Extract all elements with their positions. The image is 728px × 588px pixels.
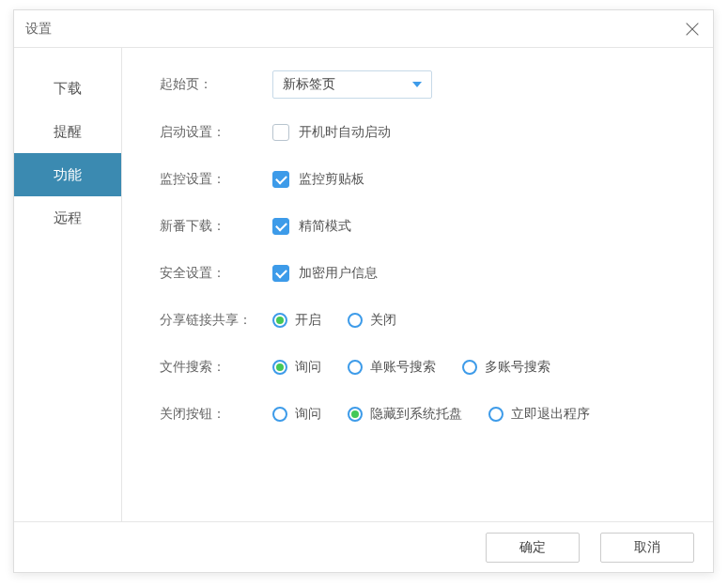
radio-close-tray[interactable]: 隐藏到系统托盘 <box>348 406 462 423</box>
checkbox-monitor-clipboard[interactable] <box>272 171 289 188</box>
label-start-page: 起始页： <box>160 76 272 93</box>
confirm-button[interactable]: 确定 <box>486 533 580 563</box>
radio-icon <box>272 360 287 375</box>
checkbox-label-simple-mode[interactable]: 精简模式 <box>299 218 351 235</box>
radio-icon <box>488 407 503 422</box>
sidebar-item-remind[interactable]: 提醒 <box>14 110 121 153</box>
sidebar-item-download[interactable]: 下载 <box>14 67 121 110</box>
label-share-link: 分享链接共享： <box>160 312 272 329</box>
checkbox-label-encrypt-user[interactable]: 加密用户信息 <box>299 265 378 282</box>
sidebar-item-label: 功能 <box>54 166 82 184</box>
sidebar: 下载 提醒 功能 远程 <box>14 48 122 521</box>
button-label: 确定 <box>519 539 546 556</box>
radio-label: 询问 <box>295 359 321 376</box>
settings-dialog: 设置 下载 提醒 功能 远程 起始页： 新标签页 <box>13 9 714 573</box>
cancel-button[interactable]: 取消 <box>600 533 694 563</box>
row-security-setting: 安全设置： 加密用户信息 <box>160 260 704 286</box>
radio-search-single[interactable]: 单账号搜索 <box>348 359 436 376</box>
dialog-footer: 确定 取消 <box>14 521 713 573</box>
sidebar-item-label: 提醒 <box>54 123 82 141</box>
radio-group-share-link: 开启 关闭 <box>272 312 396 329</box>
radio-icon <box>348 360 363 375</box>
radio-icon <box>462 360 477 375</box>
radio-label: 单账号搜索 <box>370 359 436 376</box>
sidebar-item-label: 远程 <box>54 209 82 227</box>
label-close-button: 关闭按钮： <box>160 406 272 423</box>
chevron-down-icon <box>412 82 422 87</box>
close-icon[interactable] <box>683 20 702 39</box>
row-share-link: 分享链接共享： 开启 关闭 <box>160 307 704 333</box>
dialog-body: 下载 提醒 功能 远程 起始页： 新标签页 启动设置： <box>14 48 713 521</box>
row-startup-setting: 启动设置： 开机时自动启动 <box>160 119 704 146</box>
row-new-download: 新番下载： 精简模式 <box>160 213 704 240</box>
row-close-button: 关闭按钮： 询问 隐藏到系统托盘 立即退出程序 <box>160 401 704 427</box>
checkbox-encrypt-user[interactable] <box>272 265 289 282</box>
row-monitor-setting: 监控设置： 监控剪贴板 <box>160 166 704 193</box>
label-file-search: 文件搜索： <box>160 359 272 376</box>
row-start-page: 起始页： 新标签页 <box>160 70 704 99</box>
radio-close-ask[interactable]: 询问 <box>272 406 321 423</box>
button-label: 取消 <box>634 539 660 556</box>
label-new-download: 新番下载： <box>160 218 272 235</box>
checkbox-auto-start[interactable] <box>272 124 289 141</box>
row-file-search: 文件搜索： 询问 单账号搜索 多账号搜索 <box>160 354 704 380</box>
radio-group-close-button: 询问 隐藏到系统托盘 立即退出程序 <box>272 406 590 423</box>
radio-icon <box>348 407 363 422</box>
radio-share-on[interactable]: 开启 <box>272 312 321 329</box>
radio-label: 多账号搜索 <box>485 359 550 376</box>
radio-label: 询问 <box>295 406 321 423</box>
radio-label: 隐藏到系统托盘 <box>370 406 462 423</box>
radio-label: 立即退出程序 <box>511 406 590 423</box>
settings-content: 起始页： 新标签页 启动设置： 开机时自动启动 监控设置： 监控剪贴板 新番下载… <box>122 48 713 521</box>
radio-search-multi[interactable]: 多账号搜索 <box>462 359 550 376</box>
radio-icon <box>348 313 363 328</box>
label-security-setting: 安全设置： <box>160 265 272 282</box>
label-startup-setting: 启动设置： <box>160 124 272 141</box>
radio-icon <box>272 313 287 328</box>
checkbox-simple-mode[interactable] <box>272 218 289 235</box>
radio-group-file-search: 询问 单账号搜索 多账号搜索 <box>272 359 550 376</box>
radio-share-off[interactable]: 关闭 <box>348 312 396 329</box>
radio-label: 关闭 <box>370 312 396 329</box>
select-value: 新标签页 <box>283 76 335 93</box>
label-monitor-setting: 监控设置： <box>160 171 272 188</box>
radio-label: 开启 <box>295 312 321 329</box>
sidebar-item-remote[interactable]: 远程 <box>14 196 121 240</box>
start-page-select[interactable]: 新标签页 <box>272 70 432 99</box>
checkbox-label-monitor-clipboard[interactable]: 监控剪贴板 <box>299 171 364 188</box>
dialog-header: 设置 <box>14 10 713 48</box>
sidebar-item-function[interactable]: 功能 <box>14 153 121 196</box>
dialog-title: 设置 <box>25 21 52 38</box>
checkbox-label-auto-start[interactable]: 开机时自动启动 <box>299 124 391 141</box>
radio-close-exit[interactable]: 立即退出程序 <box>488 406 590 423</box>
radio-search-ask[interactable]: 询问 <box>272 359 321 376</box>
sidebar-item-label: 下载 <box>54 80 82 98</box>
radio-icon <box>272 407 287 422</box>
